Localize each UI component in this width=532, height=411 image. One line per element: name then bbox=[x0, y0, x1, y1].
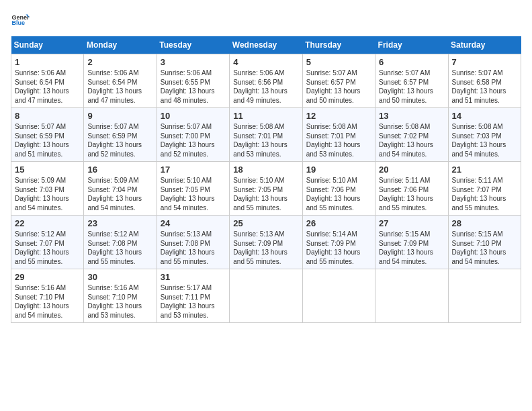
day-info: Sunrise: 5:06 AMSunset: 6:56 PMDaylight:… bbox=[233, 68, 298, 105]
header-friday: Friday bbox=[375, 36, 448, 54]
page-header: General Blue bbox=[11, 11, 521, 30]
header-tuesday: Tuesday bbox=[157, 36, 229, 54]
day-number: 10 bbox=[161, 111, 226, 121]
calendar-cell: 21Sunrise: 5:11 AMSunset: 7:07 PMDayligh… bbox=[448, 162, 521, 216]
day-number: 26 bbox=[306, 218, 371, 228]
calendar-cell bbox=[230, 269, 302, 323]
day-info: Sunrise: 5:13 AMSunset: 7:09 PMDaylight:… bbox=[233, 230, 298, 266]
logo: General Blue bbox=[11, 11, 30, 30]
day-info: Sunrise: 5:16 AMSunset: 7:10 PMDaylight:… bbox=[15, 283, 80, 320]
week-row: 1Sunrise: 5:06 AMSunset: 6:54 PMDaylight… bbox=[11, 54, 521, 108]
day-number: 4 bbox=[233, 57, 298, 67]
day-number: 21 bbox=[452, 165, 517, 175]
calendar-cell: 20Sunrise: 5:11 AMSunset: 7:06 PMDayligh… bbox=[375, 162, 448, 216]
day-number: 15 bbox=[15, 165, 80, 175]
day-info: Sunrise: 5:13 AMSunset: 7:08 PMDaylight:… bbox=[161, 230, 226, 266]
calendar-cell bbox=[302, 269, 375, 323]
week-row: 8Sunrise: 5:07 AMSunset: 6:59 PMDaylight… bbox=[11, 108, 521, 162]
calendar-cell: 23Sunrise: 5:12 AMSunset: 7:08 PMDayligh… bbox=[84, 216, 157, 269]
day-number: 30 bbox=[87, 272, 152, 282]
day-info: Sunrise: 5:11 AMSunset: 7:06 PMDaylight:… bbox=[379, 176, 444, 212]
calendar-cell: 18Sunrise: 5:10 AMSunset: 7:05 PMDayligh… bbox=[230, 162, 302, 216]
calendar-cell: 9Sunrise: 5:07 AMSunset: 6:59 PMDaylight… bbox=[84, 108, 157, 162]
calendar-cell bbox=[375, 269, 448, 323]
week-row: 22Sunrise: 5:12 AMSunset: 7:07 PMDayligh… bbox=[11, 216, 521, 269]
calendar-header: SundayMondayTuesdayWednesdayThursdayFrid… bbox=[11, 36, 521, 54]
calendar-cell: 11Sunrise: 5:08 AMSunset: 7:01 PMDayligh… bbox=[230, 108, 302, 162]
calendar-cell: 22Sunrise: 5:12 AMSunset: 7:07 PMDayligh… bbox=[11, 216, 84, 269]
day-info: Sunrise: 5:09 AMSunset: 7:04 PMDaylight:… bbox=[87, 176, 152, 212]
calendar-cell: 30Sunrise: 5:16 AMSunset: 7:10 PMDayligh… bbox=[84, 269, 157, 323]
calendar-cell: 15Sunrise: 5:09 AMSunset: 7:03 PMDayligh… bbox=[11, 162, 84, 216]
calendar-cell: 16Sunrise: 5:09 AMSunset: 7:04 PMDayligh… bbox=[84, 162, 157, 216]
day-number: 11 bbox=[233, 111, 298, 121]
day-info: Sunrise: 5:06 AMSunset: 6:54 PMDaylight:… bbox=[87, 68, 152, 105]
day-number: 8 bbox=[15, 111, 80, 121]
day-number: 23 bbox=[87, 218, 152, 228]
day-info: Sunrise: 5:11 AMSunset: 7:07 PMDaylight:… bbox=[452, 176, 517, 212]
svg-text:Blue: Blue bbox=[11, 19, 25, 26]
day-number: 22 bbox=[15, 218, 80, 228]
calendar-cell: 24Sunrise: 5:13 AMSunset: 7:08 PMDayligh… bbox=[157, 216, 229, 269]
calendar-table: SundayMondayTuesdayWednesdayThursdayFrid… bbox=[11, 36, 521, 323]
day-info: Sunrise: 5:06 AMSunset: 6:55 PMDaylight:… bbox=[161, 68, 226, 105]
day-number: 6 bbox=[379, 57, 444, 67]
day-number: 12 bbox=[306, 111, 371, 121]
calendar-cell: 29Sunrise: 5:16 AMSunset: 7:10 PMDayligh… bbox=[11, 269, 84, 323]
day-info: Sunrise: 5:15 AMSunset: 7:10 PMDaylight:… bbox=[452, 230, 517, 266]
header-sunday: Sunday bbox=[11, 36, 84, 54]
day-info: Sunrise: 5:14 AMSunset: 7:09 PMDaylight:… bbox=[306, 230, 371, 266]
calendar-cell: 19Sunrise: 5:10 AMSunset: 7:06 PMDayligh… bbox=[302, 162, 375, 216]
day-info: Sunrise: 5:15 AMSunset: 7:09 PMDaylight:… bbox=[379, 230, 444, 266]
day-number: 25 bbox=[233, 218, 298, 228]
day-info: Sunrise: 5:07 AMSunset: 7:00 PMDaylight:… bbox=[161, 122, 226, 158]
day-number: 5 bbox=[306, 57, 371, 67]
day-number: 20 bbox=[379, 165, 444, 175]
calendar-cell: 8Sunrise: 5:07 AMSunset: 6:59 PMDaylight… bbox=[11, 108, 84, 162]
calendar-cell: 26Sunrise: 5:14 AMSunset: 7:09 PMDayligh… bbox=[302, 216, 375, 269]
day-info: Sunrise: 5:07 AMSunset: 6:57 PMDaylight:… bbox=[306, 68, 371, 105]
day-number: 3 bbox=[161, 57, 226, 67]
calendar-cell: 1Sunrise: 5:06 AMSunset: 6:54 PMDaylight… bbox=[11, 54, 84, 108]
calendar-cell: 28Sunrise: 5:15 AMSunset: 7:10 PMDayligh… bbox=[448, 216, 521, 269]
day-info: Sunrise: 5:08 AMSunset: 7:01 PMDaylight:… bbox=[233, 122, 298, 158]
week-row: 15Sunrise: 5:09 AMSunset: 7:03 PMDayligh… bbox=[11, 162, 521, 216]
day-number: 17 bbox=[161, 165, 226, 175]
day-number: 2 bbox=[87, 57, 152, 67]
calendar-cell: 6Sunrise: 5:07 AMSunset: 6:57 PMDaylight… bbox=[375, 54, 448, 108]
day-number: 14 bbox=[452, 111, 517, 121]
day-info: Sunrise: 5:10 AMSunset: 7:06 PMDaylight:… bbox=[306, 176, 371, 212]
logo-icon: General Blue bbox=[11, 11, 30, 30]
day-number: 27 bbox=[379, 218, 444, 228]
day-number: 18 bbox=[233, 165, 298, 175]
day-info: Sunrise: 5:12 AMSunset: 7:08 PMDaylight:… bbox=[87, 230, 152, 266]
calendar-cell: 5Sunrise: 5:07 AMSunset: 6:57 PMDaylight… bbox=[302, 54, 375, 108]
calendar-cell: 2Sunrise: 5:06 AMSunset: 6:54 PMDaylight… bbox=[84, 54, 157, 108]
day-info: Sunrise: 5:08 AMSunset: 7:03 PMDaylight:… bbox=[452, 122, 517, 158]
header-saturday: Saturday bbox=[448, 36, 521, 54]
calendar-cell: 31Sunrise: 5:17 AMSunset: 7:11 PMDayligh… bbox=[157, 269, 229, 323]
day-number: 19 bbox=[306, 165, 371, 175]
day-number: 31 bbox=[161, 272, 226, 282]
day-info: Sunrise: 5:12 AMSunset: 7:07 PMDaylight:… bbox=[15, 230, 80, 266]
day-info: Sunrise: 5:06 AMSunset: 6:54 PMDaylight:… bbox=[15, 68, 80, 105]
day-number: 28 bbox=[452, 218, 517, 228]
day-info: Sunrise: 5:10 AMSunset: 7:05 PMDaylight:… bbox=[233, 176, 298, 212]
day-number: 29 bbox=[15, 272, 80, 282]
day-info: Sunrise: 5:07 AMSunset: 6:59 PMDaylight:… bbox=[15, 122, 80, 158]
day-info: Sunrise: 5:08 AMSunset: 7:02 PMDaylight:… bbox=[379, 122, 444, 158]
day-info: Sunrise: 5:08 AMSunset: 7:01 PMDaylight:… bbox=[306, 122, 371, 158]
day-info: Sunrise: 5:07 AMSunset: 6:57 PMDaylight:… bbox=[379, 68, 444, 105]
week-row: 29Sunrise: 5:16 AMSunset: 7:10 PMDayligh… bbox=[11, 269, 521, 323]
calendar-cell: 17Sunrise: 5:10 AMSunset: 7:05 PMDayligh… bbox=[157, 162, 229, 216]
calendar-cell: 7Sunrise: 5:07 AMSunset: 6:58 PMDaylight… bbox=[448, 54, 521, 108]
day-info: Sunrise: 5:07 AMSunset: 6:58 PMDaylight:… bbox=[452, 68, 517, 105]
day-info: Sunrise: 5:17 AMSunset: 7:11 PMDaylight:… bbox=[161, 283, 226, 320]
day-number: 13 bbox=[379, 111, 444, 121]
calendar-cell bbox=[448, 269, 521, 323]
calendar-cell: 10Sunrise: 5:07 AMSunset: 7:00 PMDayligh… bbox=[157, 108, 229, 162]
calendar-cell: 13Sunrise: 5:08 AMSunset: 7:02 PMDayligh… bbox=[375, 108, 448, 162]
header-monday: Monday bbox=[84, 36, 157, 54]
header-thursday: Thursday bbox=[302, 36, 375, 54]
header-wednesday: Wednesday bbox=[230, 36, 302, 54]
